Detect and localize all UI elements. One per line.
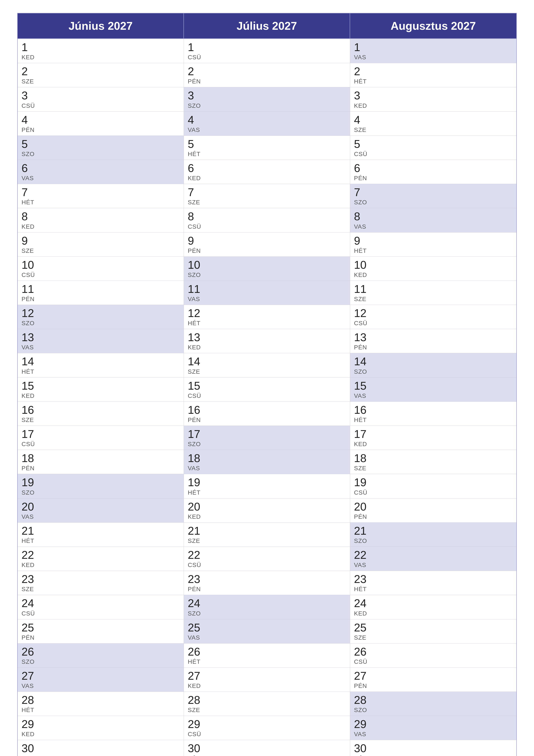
day-cell-m1-d15: 15KED: [18, 377, 184, 401]
day-number: 16: [354, 404, 513, 416]
day-cell-m3-d28: 28SZO: [350, 691, 516, 716]
month-header-1: Június 2027: [18, 14, 184, 39]
month-header-3: Augusztus 2027: [350, 14, 516, 39]
day-cell-m1-d25: 25PÉN: [18, 619, 184, 643]
day-abbrev: KED: [21, 392, 180, 399]
day-cell-m2-d17: 17SZO: [184, 426, 350, 450]
day-abbrev: SZO: [188, 610, 346, 617]
day-cell-m2-d19: 19HÉT: [184, 474, 350, 498]
day-number: 12: [188, 307, 346, 319]
day-cell-m2-d10: 10SZO: [184, 256, 350, 281]
day-cell-m1-d9: 9SZE: [18, 232, 184, 256]
day-abbrev: VAS: [354, 562, 513, 569]
day-abbrev: PÉN: [354, 344, 513, 351]
day-abbrev: SZE: [21, 417, 180, 423]
day-number: 2: [21, 65, 180, 78]
day-cell-m3-d2: 2HÉT: [350, 63, 516, 87]
day-number: 27: [354, 670, 513, 682]
day-number: 23: [21, 573, 180, 585]
day-abbrev: KED: [188, 344, 346, 351]
day-number: 15: [188, 380, 346, 392]
day-abbrev: CSÜ: [188, 223, 346, 230]
day-abbrev: VAS: [188, 126, 346, 133]
day-number: 9: [354, 235, 513, 247]
day-cell-m3-d3: 3KED: [350, 87, 516, 111]
day-number: 27: [21, 670, 180, 682]
day-abbrev: HÉT: [354, 247, 513, 254]
day-number: 9: [21, 235, 180, 247]
calendar-container: Június 2027Július 2027Augusztus 20271KED…: [17, 13, 517, 756]
day-row-11: 11PÉN11VAS11SZE: [18, 281, 516, 305]
day-cell-m3-d17: 17KED: [350, 426, 516, 450]
day-cell-m2-d9: 9PÉN: [184, 232, 350, 256]
day-abbrev: SZE: [354, 634, 513, 641]
day-number: 26: [354, 646, 513, 658]
day-abbrev: SZO: [354, 368, 513, 375]
day-cell-m3-d4: 4SZE: [350, 111, 516, 136]
day-abbrev: VAS: [188, 634, 346, 641]
day-cell-m1-d11: 11PÉN: [18, 281, 184, 305]
day-cell-m1-d27: 27VAS: [18, 667, 184, 691]
day-number: 6: [188, 162, 346, 174]
day-number: 28: [188, 694, 346, 706]
day-abbrev: SZE: [354, 465, 513, 472]
day-number: 17: [21, 428, 180, 440]
day-abbrev: VAS: [188, 296, 346, 303]
day-abbrev: KED: [21, 562, 180, 569]
day-cell-m3-d6: 6PÉN: [350, 160, 516, 184]
day-abbrev: PÉN: [188, 247, 346, 254]
day-number: 14: [354, 355, 513, 368]
day-number: 11: [354, 283, 513, 295]
day-number: 22: [354, 549, 513, 561]
day-cell-m2-d26: 26HÉT: [184, 643, 350, 667]
day-cell-m3-d20: 20PÉN: [350, 498, 516, 523]
day-row-1: 1KED1CSÜ1VAS: [18, 39, 516, 63]
day-cell-m3-d7: 7SZO: [350, 184, 516, 208]
day-row-28: 28HÉT28SZE28SZO: [18, 691, 516, 716]
day-number: 5: [21, 138, 180, 150]
day-number: 19: [354, 476, 513, 489]
day-abbrev: CSÜ: [188, 562, 346, 569]
month-header-2: Július 2027: [184, 14, 350, 39]
day-row-22: 22KED22CSÜ22VAS: [18, 547, 516, 571]
day-number: 1: [188, 41, 346, 53]
day-abbrev: VAS: [21, 513, 180, 520]
day-cell-m3-d19: 19CSÜ: [350, 474, 516, 498]
day-cell-m1-d10: 10CSÜ: [18, 256, 184, 281]
day-cell-m1-d17: 17CSÜ: [18, 426, 184, 450]
day-number: 8: [21, 210, 180, 223]
day-number: 1: [354, 41, 513, 53]
day-number: 20: [21, 500, 180, 513]
day-row-24: 24CSÜ24SZO24KED: [18, 595, 516, 619]
day-row-18: 18PÉN18VAS18SZE: [18, 450, 516, 474]
day-row-23: 23SZE23PÉN23HÉT: [18, 571, 516, 595]
day-abbrev: CSÜ: [21, 102, 180, 109]
day-cell-m1-d3: 3CSÜ: [18, 87, 184, 111]
day-abbrev: HÉT: [21, 199, 180, 206]
day-abbrev: CSÜ: [354, 659, 513, 665]
day-cell-m3-d15: 15VAS: [350, 377, 516, 401]
day-abbrev: KED: [21, 223, 180, 230]
day-abbrev: PÉN: [354, 175, 513, 182]
day-number: 24: [21, 597, 180, 609]
day-number: 28: [354, 694, 513, 706]
day-abbrev: PÉN: [188, 586, 346, 593]
day-cell-m2-d16: 16PÉN: [184, 401, 350, 426]
day-cell-m2-d3: 3SZO: [184, 87, 350, 111]
day-abbrev: SZE: [354, 126, 513, 133]
day-abbrev: SZE: [21, 247, 180, 254]
day-number: 23: [188, 573, 346, 585]
day-number: 21: [21, 525, 180, 537]
day-row-14: 14HÉT14SZE14SZO: [18, 353, 516, 377]
day-row-4: 4PÉN4VAS4SZE: [18, 111, 516, 136]
day-number: 13: [21, 331, 180, 343]
day-abbrev: VAS: [354, 731, 513, 738]
day-abbrev: VAS: [354, 54, 513, 61]
day-cell-m3-d9: 9HÉT: [350, 232, 516, 256]
day-cell-m3-d1: 1VAS: [350, 39, 516, 63]
day-abbrev: HÉT: [188, 320, 346, 327]
day-abbrev: PÉN: [21, 465, 180, 472]
day-cell-m2-d8: 8CSÜ: [184, 208, 350, 232]
day-number: 6: [354, 162, 513, 174]
day-abbrev: VAS: [354, 223, 513, 230]
